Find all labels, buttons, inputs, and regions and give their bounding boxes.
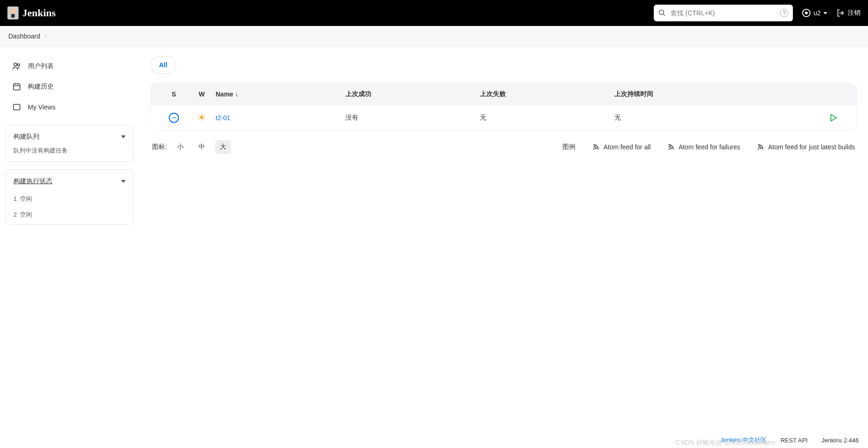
atom-feed-all[interactable]: Atom feed for all [592, 143, 651, 151]
breadcrumb-item[interactable]: Dashboard [8, 32, 40, 40]
build-queue-empty: 队列中没有构建任务 [6, 147, 133, 160]
sidebar-item-label: 用户列表 [28, 62, 54, 70]
jobs-table: S W Name ↓ 上次成功 上次失败 上次持续时间 ··· ☀ t2-01 … [150, 83, 857, 131]
icon-size-label: 图标: [152, 143, 167, 151]
build-executor-header[interactable]: 构建执行状态 [6, 172, 133, 191]
username: u2 [813, 9, 821, 17]
chevron-right-icon: › [45, 33, 47, 39]
svg-point-13 [758, 148, 760, 150]
main-content: All S W Name ↓ 上次成功 上次失败 上次持续时间 ··· ☀ t2… [139, 47, 868, 234]
views-icon [12, 102, 21, 112]
svg-line-3 [664, 14, 665, 16]
view-tabs: All [150, 56, 857, 74]
jobs-table-header: S W Name ↓ 上次成功 上次失败 上次持续时间 [151, 83, 856, 105]
col-weather[interactable]: W [188, 90, 216, 98]
col-name[interactable]: Name ↓ [216, 90, 345, 98]
icon-size-medium[interactable]: 中 [194, 140, 210, 154]
col-last-failure[interactable]: 上次失败 [480, 90, 614, 98]
col-last-duration[interactable]: 上次持续时间 [614, 90, 819, 98]
sidebar-item-my-views[interactable]: My Views [6, 97, 134, 117]
rss-icon [667, 143, 675, 151]
brand-text: Jenkins [22, 7, 56, 19]
cell-last-duration: 无 [614, 114, 819, 122]
header: Jenkins ? u2 注销 [0, 0, 868, 26]
sidebar-item-label: 构建历史 [28, 83, 54, 91]
search-icon [658, 9, 666, 17]
sidebar-item-users[interactable]: 用户列表 [6, 56, 134, 77]
cell-last-success: 没有 [345, 114, 480, 122]
job-link[interactable]: t2-01 [216, 114, 345, 122]
build-executor-widget: 构建执行状态 1 空闲 2 空闲 [6, 169, 134, 225]
table-row: ··· ☀ t2-01 没有 无 无 [151, 105, 856, 130]
history-icon [12, 82, 21, 91]
build-queue-header[interactable]: 构建队列 [6, 127, 133, 147]
executor-row: 2 空闲 [6, 207, 133, 223]
tab-all[interactable]: All [150, 56, 176, 74]
svg-point-2 [659, 10, 664, 15]
status-not-built-icon[interactable]: ··· [169, 113, 179, 123]
svg-rect-10 [13, 104, 20, 110]
svg-point-0 [10, 8, 16, 14]
col-last-success[interactable]: 上次成功 [345, 90, 480, 98]
rss-icon [592, 143, 600, 151]
sidebar-item-build-history[interactable]: 构建历史 [6, 77, 134, 97]
chevron-down-icon [121, 180, 126, 183]
weather-sunny-icon: ☀ [197, 112, 206, 124]
user-menu[interactable]: u2 [802, 9, 827, 17]
svg-point-4 [14, 63, 17, 66]
svg-point-11 [594, 148, 595, 150]
svg-rect-1 [11, 14, 15, 18]
build-queue-title: 构建队列 [13, 133, 39, 141]
icon-size-large[interactable]: 大 [215, 140, 231, 154]
build-executor-title: 构建执行状态 [13, 177, 52, 186]
cell-last-failure: 无 [480, 114, 614, 122]
jobs-toolbar: 图标: 小 中 大 图例 Atom feed for all Atom feed… [150, 131, 857, 163]
svg-point-5 [18, 64, 20, 66]
chevron-down-icon [121, 135, 126, 138]
atom-feed-failures[interactable]: Atom feed for failures [667, 143, 740, 151]
sidebar-item-label: My Views [28, 103, 56, 111]
logout-label: 注销 [848, 9, 861, 17]
search-input[interactable] [654, 5, 793, 21]
breadcrumb: Dashboard › [0, 26, 868, 47]
chevron-down-icon [823, 12, 827, 14]
executor-row: 1 空闲 [6, 191, 133, 207]
atom-feed-latest[interactable]: Atom feed for just latest builds [757, 143, 855, 151]
search-box: ? [654, 5, 793, 21]
logout-link[interactable]: 注销 [836, 9, 861, 17]
build-queue-widget: 构建队列 队列中没有构建任务 [6, 125, 134, 162]
rss-icon [757, 143, 764, 151]
build-now-icon[interactable] [829, 114, 837, 122]
user-avatar-icon [802, 9, 811, 17]
jenkins-mascot-icon [7, 6, 19, 19]
icon-size-small[interactable]: 小 [172, 140, 188, 154]
svg-point-12 [669, 148, 670, 150]
people-icon [12, 62, 21, 71]
logo[interactable]: Jenkins [7, 6, 56, 19]
help-icon[interactable]: ? [780, 9, 788, 17]
svg-rect-6 [13, 84, 20, 90]
legend-link[interactable]: 图例 [562, 143, 575, 151]
col-status[interactable]: S [160, 90, 188, 98]
sidebar: 用户列表 构建历史 My Views 构建队列 队列中没有构建任务 构建执行状态 [0, 47, 139, 234]
logout-icon [836, 9, 845, 17]
